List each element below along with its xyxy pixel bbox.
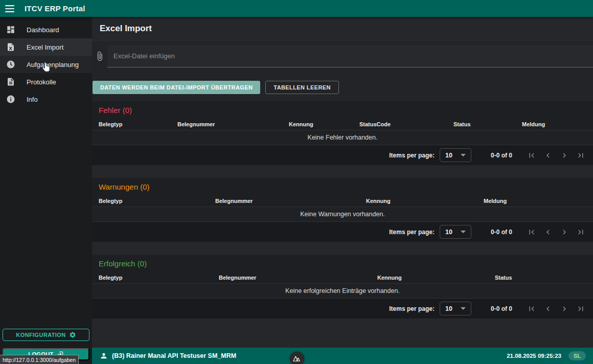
app-window: ITCV ERP Portal Dashboard Excel Import A…: [0, 0, 593, 364]
items-per-page-label: Items per page:: [389, 229, 435, 236]
sidebar-item-label: Protokolle: [27, 78, 56, 86]
mountains-logo-icon: [292, 355, 302, 362]
sidebar: Dashboard Excel Import Aufgabenplanung P…: [0, 17, 92, 364]
empty-table-message: Keine Fehler vorhanden.: [92, 130, 593, 145]
file-field: [107, 45, 593, 67]
column-header: Belegnummer: [209, 198, 359, 204]
konfiguration-button[interactable]: KONFIGURATION: [3, 329, 89, 341]
content-bottom-fill: [92, 331, 593, 348]
table-header-row: Belegtyp Belegnummer Kennung Status: [92, 272, 593, 284]
paginator-fehler: Items per page: 10 0-0 of 0: [92, 145, 593, 165]
first-page-icon: [527, 304, 536, 313]
floating-logo-button[interactable]: [290, 352, 304, 364]
next-page-icon: [560, 304, 569, 313]
items-per-page-label: Items per page:: [389, 305, 435, 312]
first-page-icon: [527, 228, 536, 237]
previous-page-icon: [543, 304, 553, 313]
column-header: Kennung: [359, 198, 477, 204]
page-size-select[interactable]: 10: [440, 225, 471, 239]
import-transfer-button[interactable]: DATEN WERDEN BEIM DATEI-IMPORT ÜBERTRAGE…: [93, 81, 260, 94]
sidebar-item-excel-import[interactable]: Excel Import: [0, 38, 92, 56]
page-size-value: 10: [445, 305, 452, 312]
file-input-row: [92, 45, 593, 69]
last-page-icon: [576, 151, 585, 160]
first-page-button[interactable]: [523, 301, 540, 317]
excel-file-input[interactable]: [107, 45, 593, 67]
next-page-icon: [560, 228, 569, 237]
sidebar-item-info[interactable]: Info: [0, 90, 92, 108]
section-warnungen: Warnungen (0) Belegtyp Belegnummer Kennu…: [92, 178, 593, 255]
first-page-icon: [527, 151, 536, 160]
clear-tables-button[interactable]: TABELLEN LEEREN: [265, 81, 339, 94]
page-size-value: 10: [445, 229, 452, 236]
timestamp-label: 21.08.2025 09:25:23: [507, 353, 561, 359]
section-title-fehler: Fehler (0): [92, 101, 593, 119]
previous-page-icon: [543, 228, 553, 237]
last-page-button[interactable]: [573, 301, 589, 317]
previous-page-button[interactable]: [540, 301, 556, 317]
last-page-icon: [576, 304, 585, 313]
page-size-select[interactable]: 10: [440, 302, 471, 315]
konfiguration-button-label: KONFIGURATION: [16, 332, 65, 338]
first-page-button[interactable]: [523, 224, 540, 240]
chevron-down-icon: [461, 231, 466, 233]
page-range-label: 0-0 of 0: [491, 229, 512, 236]
clock-icon: [6, 60, 15, 69]
column-header: Status: [447, 121, 515, 127]
status-badge: SL: [568, 351, 586, 360]
chevron-down-icon: [461, 307, 466, 310]
section-gap: [92, 165, 593, 178]
previous-page-button[interactable]: [540, 224, 556, 240]
sidebar-item-aufgabenplanung[interactable]: Aufgabenplanung: [0, 56, 92, 73]
sidebar-item-label: Excel Import: [27, 43, 63, 51]
logged-in-user-label: (B3) Rainer Manal API Testuser SM_MRM: [112, 352, 236, 359]
last-page-button[interactable]: [573, 224, 589, 240]
column-header: Kennung: [282, 121, 353, 127]
column-header: Belegtyp: [92, 121, 171, 127]
page-header: Excel Import: [92, 17, 593, 41]
status-bar: (B3) Rainer Manal API Testuser SM_MRM 21…: [92, 348, 593, 364]
next-page-button[interactable]: [556, 301, 573, 317]
person-icon: [100, 352, 108, 360]
section-title-warnungen: Warnungen (0): [92, 178, 593, 195]
last-page-icon: [576, 228, 585, 237]
browser-link-preview: http://127.0.0.1:3000/aufgaben: [0, 355, 79, 364]
paginator-erfolgreich: Items per page: 10 0-0 of 0: [92, 299, 593, 318]
column-header: Kennung: [371, 275, 488, 281]
action-buttons: DATEN WERDEN BEIM DATEI-IMPORT ÜBERTRAGE…: [93, 81, 339, 94]
column-header: Status: [488, 275, 593, 281]
app-title: ITCV ERP Portal: [25, 4, 85, 13]
main-content: Excel Import DATEN WERDEN BEIM DATEI-IMP…: [92, 17, 593, 348]
sidebar-item-dashboard[interactable]: Dashboard: [0, 21, 92, 38]
next-page-button[interactable]: [556, 147, 573, 164]
column-header: Meldung: [515, 121, 593, 127]
items-per-page-label: Items per page:: [389, 152, 435, 159]
top-app-bar: ITCV ERP Portal: [0, 0, 593, 17]
sidebar-item-protokolle[interactable]: Protokolle: [0, 73, 92, 90]
previous-page-button[interactable]: [540, 147, 556, 164]
column-header: Belegtyp: [92, 198, 209, 204]
previous-page-icon: [543, 151, 553, 160]
page-size-select[interactable]: 10: [440, 148, 471, 162]
empty-table-message: Keine erfolgreichen Einträge vorhanden.: [92, 284, 593, 299]
paginator-warnungen: Items per page: 10 0-0 of 0: [92, 222, 593, 242]
table-header-row: Belegtyp Belegnummer Kennung StatusCode …: [92, 119, 593, 130]
gear-icon: [69, 331, 76, 338]
section-gap: [92, 318, 593, 331]
table-header-row: Belegtyp Belegnummer Kennung Meldung: [92, 195, 593, 207]
first-page-button[interactable]: [523, 147, 540, 164]
last-page-button[interactable]: [573, 147, 589, 164]
paperclip-icon[interactable]: [95, 51, 105, 62]
chevron-down-icon: [461, 154, 466, 156]
column-header: Belegnummer: [212, 275, 371, 281]
section-title-erfolgreich: Erfolgreich (0): [92, 255, 593, 272]
sidebar-item-label: Dashboard: [27, 26, 59, 34]
next-page-button[interactable]: [556, 224, 573, 240]
empty-table-message: Keine Warnungen vorhanden.: [92, 207, 593, 222]
dashboard-icon: [6, 25, 15, 34]
section-fehler: Fehler (0) Belegtyp Belegnummer Kennung …: [92, 101, 593, 178]
hamburger-menu-icon[interactable]: [0, 0, 19, 17]
sidebar-item-label: Info: [27, 96, 38, 103]
page-title: Excel Import: [100, 24, 152, 34]
excel-file-icon: [6, 42, 15, 52]
